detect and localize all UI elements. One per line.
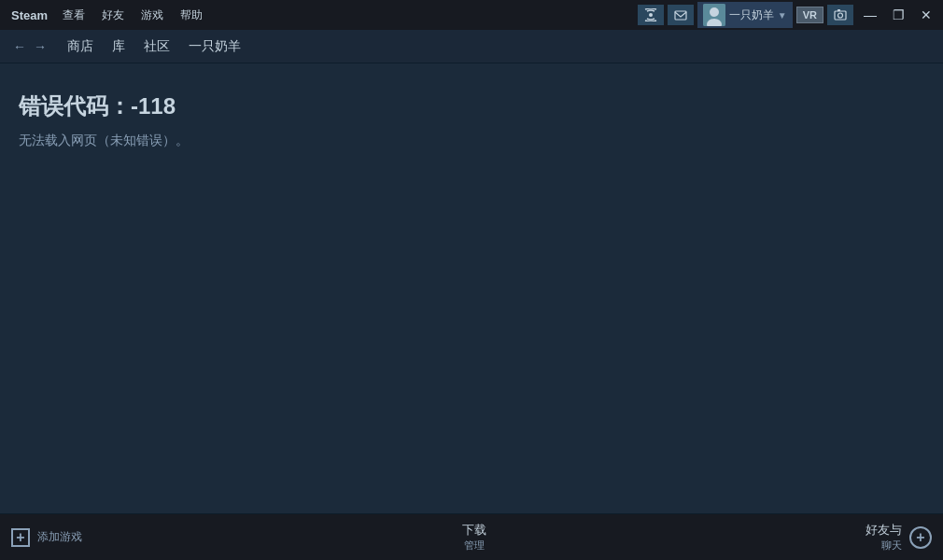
close-button[interactable]: ✕ bbox=[913, 5, 939, 25]
app-title: Steam bbox=[4, 5, 55, 26]
menu-bar: 查看 好友 游戏 帮助 bbox=[55, 4, 210, 27]
title-bar: Steam 查看 好友 游戏 帮助 bbox=[0, 0, 943, 30]
title-bar-right: 一只奶羊 ▼ VR — ❐ ✕ bbox=[638, 2, 939, 28]
screenshot-icon-btn[interactable] bbox=[827, 5, 853, 25]
download-label: 下载 bbox=[462, 522, 486, 539]
friends-chat-text: 好友与 聊天 bbox=[866, 522, 902, 553]
bottom-bar: + 添加游戏 下载 管理 好友与 聊天 + bbox=[0, 513, 943, 560]
svg-rect-5 bbox=[835, 11, 846, 20]
nav-library[interactable]: 库 bbox=[105, 35, 133, 59]
nav-username[interactable]: 一只奶羊 bbox=[181, 35, 248, 59]
add-game-icon: + bbox=[11, 528, 30, 547]
vr-button[interactable]: VR bbox=[796, 7, 823, 23]
friends-label: 好友与 bbox=[866, 522, 902, 539]
back-button[interactable]: ← bbox=[9, 36, 30, 57]
forward-button[interactable]: → bbox=[30, 36, 50, 57]
nav-links: 商店 库 社区 一只奶羊 bbox=[60, 35, 248, 59]
title-bar-left: Steam 查看 好友 游戏 帮助 bbox=[4, 4, 210, 27]
friends-section[interactable]: 好友与 聊天 + bbox=[866, 522, 932, 553]
add-game-section[interactable]: + 添加游戏 bbox=[11, 528, 82, 547]
notification-icon-btn[interactable] bbox=[668, 5, 694, 25]
svg-rect-7 bbox=[837, 9, 840, 11]
nav-community[interactable]: 社区 bbox=[136, 35, 177, 59]
svg-rect-0 bbox=[649, 13, 653, 17]
menu-help[interactable]: 帮助 bbox=[173, 4, 210, 27]
main-content: 错误代码：-118 无法载入网页（未知错误）。 bbox=[0, 63, 943, 513]
download-section[interactable]: 下载 管理 bbox=[462, 522, 486, 553]
minimize-button[interactable]: — bbox=[857, 5, 883, 25]
nav-store[interactable]: 商店 bbox=[60, 35, 101, 59]
svg-point-3 bbox=[710, 7, 719, 17]
error-code-title: 错误代码：-118 bbox=[19, 91, 924, 121]
user-profile-btn[interactable]: 一只奶羊 ▼ bbox=[697, 2, 793, 28]
svg-point-6 bbox=[838, 13, 843, 18]
dropdown-icon: ▼ bbox=[778, 10, 787, 21]
svg-rect-1 bbox=[675, 11, 686, 20]
menu-view[interactable]: 查看 bbox=[55, 4, 92, 27]
broadcast-icon-btn[interactable] bbox=[638, 5, 664, 25]
menu-games[interactable]: 游戏 bbox=[134, 4, 171, 27]
manage-label: 管理 bbox=[462, 539, 486, 553]
restore-button[interactable]: ❐ bbox=[885, 5, 911, 25]
friends-add-button[interactable]: + bbox=[909, 526, 932, 549]
username-label: 一只奶羊 bbox=[729, 7, 774, 23]
window-controls: — ❐ ✕ bbox=[857, 5, 939, 25]
error-description: 无法载入网页（未知错误）。 bbox=[19, 133, 924, 149]
avatar bbox=[703, 4, 725, 26]
nav-bar: ← → 商店 库 社区 一只奶羊 bbox=[0, 30, 943, 63]
add-game-label: 添加游戏 bbox=[37, 529, 82, 545]
chat-label: 聊天 bbox=[866, 539, 902, 553]
menu-friends[interactable]: 好友 bbox=[94, 4, 132, 27]
